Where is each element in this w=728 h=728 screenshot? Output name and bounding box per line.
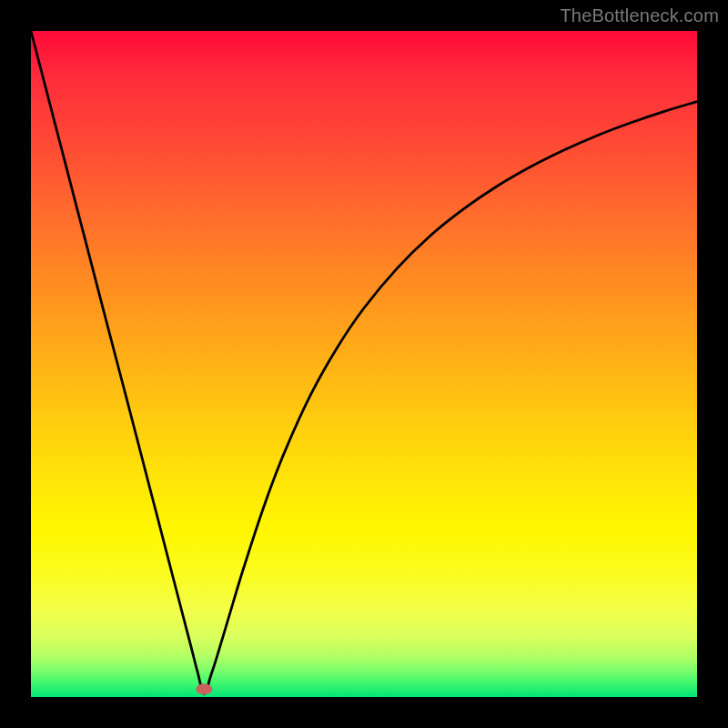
attribution-text: TheBottleneck.com — [560, 5, 719, 26]
plot-area — [31, 31, 697, 697]
bottleneck-curve — [31, 31, 697, 693]
curve-layer — [31, 31, 697, 697]
optimum-marker — [196, 683, 212, 694]
chart-frame: TheBottleneck.com — [0, 0, 728, 728]
